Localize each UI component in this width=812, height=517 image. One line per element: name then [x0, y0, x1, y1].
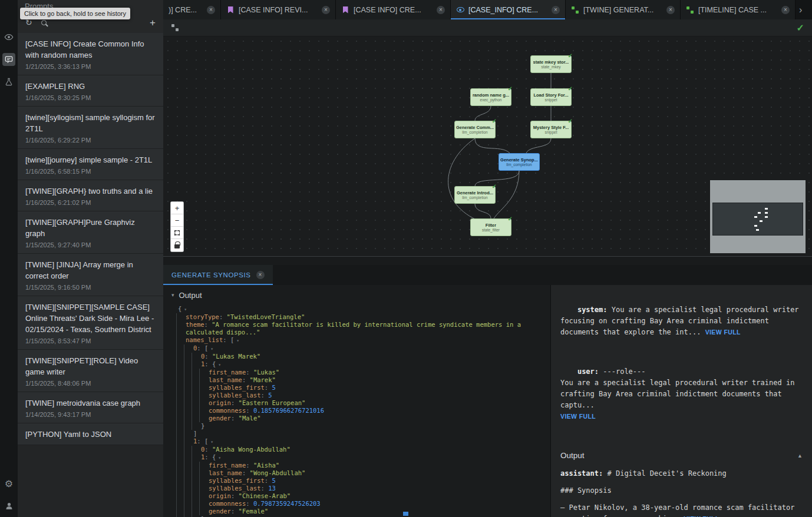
prompt-list-item[interactable]: [TWINE][GRAPH]Pure Graphviz graph 1/15/2… [18, 211, 163, 254]
panel-resize-gutter[interactable] [163, 256, 812, 265]
prompt-timestamp: 1/16/2025, 8:30:25 PM [25, 94, 156, 101]
json-line-text: gender: "Female" [207, 508, 550, 515]
node-title: Generate Comm... [456, 125, 494, 130]
view-full-link[interactable]: VIEW FULL [705, 329, 741, 336]
json-line-text: syllables_last: 5 [207, 392, 550, 399]
bookmark-icon [226, 6, 235, 14]
bottom-tab-generate-synopsis[interactable]: GENERATE SYNOPSIS × [163, 265, 273, 285]
message-block: system: You are a specialist legal proce… [560, 293, 803, 349]
flask-icon[interactable] [0, 71, 18, 93]
prompt-title: [TWINE][GRAPH} two truths and a lie [25, 185, 156, 197]
collapse-node-icon[interactable]: ▾ [218, 362, 221, 367]
json-line-text: } [199, 422, 550, 430]
collapse-node-icon[interactable]: ▾ [236, 338, 239, 343]
json-line: syllables_first: 5 [176, 477, 550, 485]
collapse-node-icon[interactable]: ▾ [210, 439, 213, 445]
editor-tab[interactable]: )] CRE... × [163, 0, 221, 19]
json-line: commonness: 0.7987359247526203 [176, 500, 550, 508]
editor-tab-bar: )] CRE... × [CASE INFO] REVI... × [CASE … [163, 0, 812, 19]
json-line-text: syllables_first: 5 [207, 384, 550, 392]
graph-node[interactable]: ✓ state mkey stor... state_mkey [530, 55, 572, 73]
prompt-list-item[interactable]: [PYTHON] Yaml to JSON [18, 423, 163, 445]
lock-button[interactable] [171, 239, 183, 251]
editor-tab[interactable]: [CASE INFO] CRE... × [336, 0, 451, 19]
scrollbar-thumb[interactable] [403, 512, 408, 516]
minimap-viewport[interactable] [712, 203, 803, 236]
prompt-list-item[interactable]: [twine][journey] simple sample - 2T1L 1/… [18, 149, 163, 180]
prompt-timestamp: 1/16/2025, 6:21:02 PM [25, 199, 156, 206]
json-line-text: syllables_last: 13 [207, 485, 550, 492]
prompts-icon[interactable] [0, 48, 18, 71]
prompt-list-item[interactable]: [twine][syllogism] sample syllogism for … [18, 107, 163, 149]
minimap[interactable] [710, 180, 806, 253]
close-icon[interactable]: × [207, 6, 215, 14]
prompt-list-item[interactable]: [TWINE][SNIPPET][SAMPLE CASE] Online Thr… [18, 296, 163, 350]
json-tree: {▾ storyType: "TwistedLoveTriangle" them… [163, 305, 550, 517]
node-title: Filter [486, 223, 496, 228]
editor-tab[interactable]: [CASE_INFO] CRE... × [451, 0, 566, 19]
response-output-header[interactable]: Output ▲ [560, 451, 803, 460]
graph-node[interactable]: ✓ Mystery Style F... snippet [530, 121, 572, 138]
fit-view-button[interactable] [171, 227, 183, 239]
prompt-list-item[interactable]: [TWINE][SNIPPET][ROLE] Video game writer… [18, 350, 163, 392]
prompt-timestamp: 1/15/2025, 9:27:40 PM [25, 241, 156, 248]
eye-icon[interactable] [0, 26, 18, 48]
json-line-text: 1: {▾ [199, 453, 550, 462]
workflow-icon[interactable] [171, 24, 179, 32]
chevron-up-icon[interactable]: ▲ [797, 453, 803, 459]
graph-node[interactable]: ✓ Generate Introd... llm_completion [454, 186, 496, 204]
tab-label: [CASE INFO] CRE... [354, 6, 433, 14]
prompt-list-item[interactable]: [CASE INFO] Create Common Info with rand… [18, 33, 163, 75]
close-icon[interactable]: × [781, 6, 790, 14]
close-icon[interactable]: × [322, 6, 330, 14]
app-window: ⚙ Prompts ↻ + [CASE INFO] Create Common … [0, 0, 812, 517]
prompt-list: [CASE INFO] Create Common Info with rand… [18, 33, 163, 517]
prompt-list-item[interactable]: [TWINE] metroidvania case graph 1/14/202… [18, 392, 163, 423]
graph-node[interactable]: ✓ Filter state_filter [470, 218, 511, 236]
search-icon[interactable] [41, 20, 47, 25]
graph-canvas[interactable]: ✓ state mkey stor... state_mkey ✓ random… [163, 37, 812, 256]
output-section-header[interactable]: ▾ Output [163, 285, 550, 305]
account-person-icon[interactable] [0, 495, 18, 517]
graph-node[interactable]: ✓ Load Story For... snippet [530, 88, 572, 106]
zoom-out-button[interactable]: − [171, 214, 183, 227]
json-line: gender: "Male" [176, 415, 550, 422]
collapse-node-icon[interactable]: ▾ [210, 346, 213, 352]
canvas-toolbar: ✓ [163, 19, 812, 37]
prompt-list-item[interactable]: [TWINE] [JINJA] Array merge in correct o… [18, 254, 163, 296]
output-json-pane: ▾ Output {▾ storyType: "TwistedLoveTrian… [163, 285, 551, 517]
add-prompt-button[interactable]: + [150, 18, 156, 28]
json-line: 0: "Lukas Marek" [176, 353, 550, 360]
graph-node[interactable]: ✓ Generate Comm... llm_completion [454, 121, 496, 138]
node-check-icon: ✓ [492, 183, 497, 190]
close-icon[interactable]: × [666, 6, 675, 14]
collapse-output-icon[interactable]: ▾ [171, 292, 174, 298]
graph-node[interactable]: ✓ random name g... exec_python [470, 88, 511, 106]
close-icon[interactable]: × [256, 271, 265, 279]
collapse-node-icon[interactable]: ▾ [184, 307, 187, 312]
close-icon[interactable]: × [552, 6, 560, 14]
view-full-link[interactable]: VIEW FULL [560, 413, 596, 420]
json-line-text: theme: "A romance scam facilitator is ki… [184, 321, 549, 336]
graph-node[interactable]: Generate Synop... llm_completion [499, 153, 540, 171]
editor-tab[interactable]: [TWINE] GENERAT... × [566, 0, 681, 19]
node-type: snippet [545, 98, 557, 102]
prompt-title: [TWINE] [JINJA] Array merge in correct o… [25, 259, 156, 281]
editor-tab[interactable]: [CASE INFO] REVI... × [221, 0, 336, 19]
tabs-overflow-chevron-icon[interactable]: › [796, 0, 806, 19]
prompt-list-item[interactable]: [TWINE][GRAPH} two truths and a lie 1/16… [18, 180, 163, 211]
message-block: user: ---role--- You are a specialist le… [560, 355, 803, 433]
assistant-line-2: ### Synopsis [560, 485, 803, 496]
node-type: exec_python [480, 98, 502, 102]
node-title: state mkey stor... [533, 59, 569, 65]
settings-gear-icon[interactable]: ⚙ [0, 472, 18, 495]
tab-label: [CASE INFO] REVI... [239, 6, 318, 14]
prompt-title: [twine][syllogism] sample syllogism for … [25, 112, 156, 134]
message-role: user: [577, 367, 603, 376]
editor-tab[interactable]: [TIMELINE] CASE ... × [681, 0, 796, 19]
zoom-in-button[interactable]: + [171, 202, 183, 214]
collapse-node-icon[interactable]: ▾ [218, 455, 221, 460]
prompt-list-item[interactable]: [EXAMPLE] RNG 1/16/2025, 8:30:25 PM [18, 75, 163, 107]
prompt-title: [TWINE][GRAPH]Pure Graphviz graph [25, 217, 156, 239]
close-icon[interactable]: × [437, 6, 445, 14]
